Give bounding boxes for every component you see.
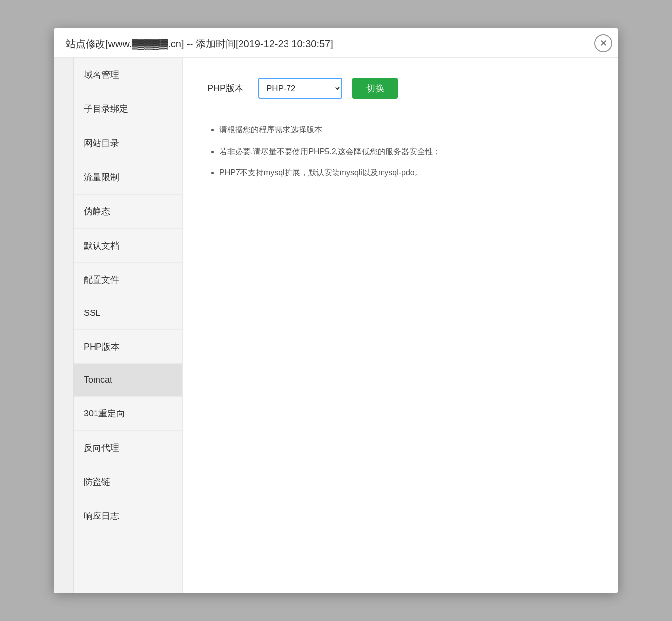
note-item: PHP7不支持mysql扩展，默认安装mysqli以及mysql-pdo。 (219, 166, 593, 179)
sidebar: 域名管理 子目录绑定 网站目录 流量限制 伪静态 默认文档 配置文件 SSL (74, 58, 183, 593)
sidebar-item-php-version[interactable]: PHP版本 (74, 330, 182, 364)
close-button[interactable]: ✕ (594, 34, 612, 52)
modal-body: 域名管理 子目录绑定 网站目录 流量限制 伪静态 默认文档 配置文件 SSL (54, 58, 618, 593)
modal-title: 站点修改[www.▓▓▓▓▓.cn] -- 添加时间[2019-12-23 10… (54, 28, 618, 58)
sidebar-item-redirect[interactable]: 301重定向 (74, 397, 182, 431)
partial-sidebar-item-default[interactable] (54, 83, 73, 108)
sidebar-item-domain[interactable]: 域名管理 (74, 58, 182, 92)
sidebar-item-default-doc[interactable]: 默认文档 (74, 229, 182, 263)
sidebar-item-tomcat[interactable]: Tomcat (74, 364, 182, 397)
sidebar-item-ssl[interactable]: SSL (74, 297, 182, 330)
switch-button[interactable]: 切换 (352, 78, 398, 99)
sidebar-item-webroot[interactable]: 网站目录 (74, 126, 182, 160)
modal: 站点修改[www.▓▓▓▓▓.cn] -- 添加时间[2019-12-23 10… (54, 28, 618, 593)
sidebar-item-rewrite[interactable]: 伪静态 (74, 195, 182, 229)
note-item: 请根据您的程序需求选择版本 (219, 123, 593, 136)
sidebar-item-log[interactable]: 响应日志 (74, 499, 182, 533)
content-area: PHP版本 PHP-54 PHP-56 PHP-70 PHP-71 PHP-72… (183, 58, 618, 593)
sidebar-item-config[interactable]: 配置文件 (74, 263, 182, 297)
close-icon: ✕ (600, 38, 607, 49)
php-version-select[interactable]: PHP-54 PHP-56 PHP-70 PHP-71 PHP-72 PHP-7… (258, 78, 342, 99)
php-version-row: PHP版本 PHP-54 PHP-56 PHP-70 PHP-71 PHP-72… (207, 78, 593, 99)
note-item: 若非必要,请尽量不要使用PHP5.2,这会降低您的服务器安全性； (219, 145, 593, 158)
sidebar-item-hotlink[interactable]: 防盗链 (74, 465, 182, 499)
partial-sidebar-item-site[interactable] (54, 58, 73, 83)
notes-list: 请根据您的程序需求选择版本 若非必要,请尽量不要使用PHP5.2,这会降低您的服… (207, 123, 593, 179)
php-version-label: PHP版本 (207, 82, 243, 94)
sidebar-item-subdir[interactable]: 子目录绑定 (74, 92, 182, 126)
sidebar-item-proxy[interactable]: 反向代理 (74, 431, 182, 465)
sidebar-item-flow[interactable]: 流量限制 (74, 160, 182, 195)
